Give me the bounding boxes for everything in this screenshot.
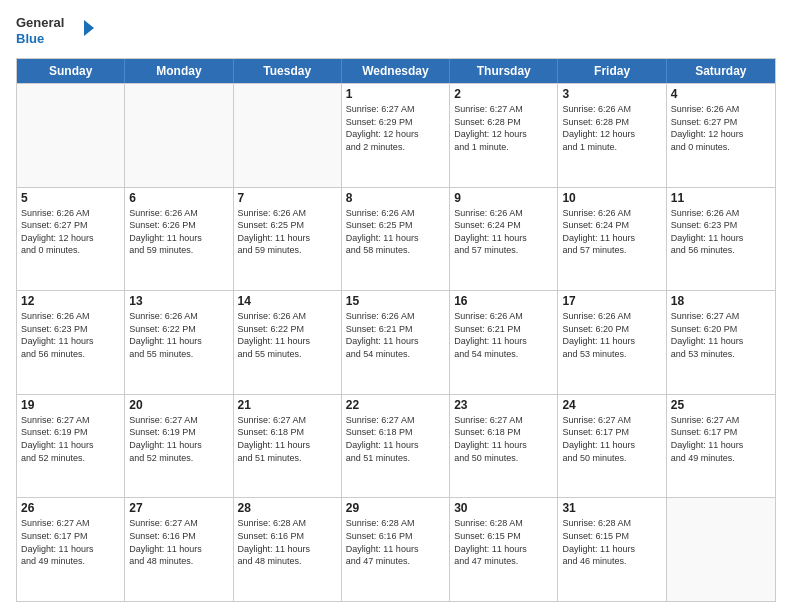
svg-text:Blue: Blue xyxy=(16,31,44,46)
day-number: 22 xyxy=(346,398,445,412)
cell-info: Sunrise: 6:27 AMSunset: 6:18 PMDaylight:… xyxy=(238,414,337,464)
cell-info: Sunrise: 6:27 AMSunset: 6:16 PMDaylight:… xyxy=(129,517,228,567)
cell-info: Sunrise: 6:26 AMSunset: 6:22 PMDaylight:… xyxy=(129,310,228,360)
day-number: 28 xyxy=(238,501,337,515)
calendar-header-row: SundayMondayTuesdayWednesdayThursdayFrid… xyxy=(17,59,775,83)
day-number: 26 xyxy=(21,501,120,515)
calendar-cell: 1Sunrise: 6:27 AMSunset: 6:29 PMDaylight… xyxy=(342,84,450,187)
cell-info: Sunrise: 6:27 AMSunset: 6:28 PMDaylight:… xyxy=(454,103,553,153)
cell-info: Sunrise: 6:26 AMSunset: 6:24 PMDaylight:… xyxy=(562,207,661,257)
calendar-cell: 18Sunrise: 6:27 AMSunset: 6:20 PMDayligh… xyxy=(667,291,775,394)
cell-info: Sunrise: 6:27 AMSunset: 6:19 PMDaylight:… xyxy=(129,414,228,464)
day-number: 27 xyxy=(129,501,228,515)
cell-info: Sunrise: 6:27 AMSunset: 6:18 PMDaylight:… xyxy=(454,414,553,464)
day-number: 15 xyxy=(346,294,445,308)
day-number: 5 xyxy=(21,191,120,205)
calendar-cell: 5Sunrise: 6:26 AMSunset: 6:27 PMDaylight… xyxy=(17,188,125,291)
cell-info: Sunrise: 6:27 AMSunset: 6:17 PMDaylight:… xyxy=(21,517,120,567)
calendar-cell: 3Sunrise: 6:26 AMSunset: 6:28 PMDaylight… xyxy=(558,84,666,187)
day-number: 24 xyxy=(562,398,661,412)
calendar-cell: 12Sunrise: 6:26 AMSunset: 6:23 PMDayligh… xyxy=(17,291,125,394)
calendar: SundayMondayTuesdayWednesdayThursdayFrid… xyxy=(16,58,776,602)
calendar-cell: 15Sunrise: 6:26 AMSunset: 6:21 PMDayligh… xyxy=(342,291,450,394)
calendar-cell: 19Sunrise: 6:27 AMSunset: 6:19 PMDayligh… xyxy=(17,395,125,498)
calendar-cell: 30Sunrise: 6:28 AMSunset: 6:15 PMDayligh… xyxy=(450,498,558,601)
calendar-cell: 29Sunrise: 6:28 AMSunset: 6:16 PMDayligh… xyxy=(342,498,450,601)
calendar-cell: 22Sunrise: 6:27 AMSunset: 6:18 PMDayligh… xyxy=(342,395,450,498)
cell-info: Sunrise: 6:27 AMSunset: 6:18 PMDaylight:… xyxy=(346,414,445,464)
calendar-cell xyxy=(234,84,342,187)
day-header-tuesday: Tuesday xyxy=(234,59,342,83)
page: General Blue SundayMondayTuesdayWednesda… xyxy=(0,0,792,612)
calendar-cell: 8Sunrise: 6:26 AMSunset: 6:25 PMDaylight… xyxy=(342,188,450,291)
calendar-cell: 31Sunrise: 6:28 AMSunset: 6:15 PMDayligh… xyxy=(558,498,666,601)
logo-svg: General Blue xyxy=(16,10,96,50)
calendar-cell: 4Sunrise: 6:26 AMSunset: 6:27 PMDaylight… xyxy=(667,84,775,187)
day-header-thursday: Thursday xyxy=(450,59,558,83)
day-number: 31 xyxy=(562,501,661,515)
calendar-cell: 21Sunrise: 6:27 AMSunset: 6:18 PMDayligh… xyxy=(234,395,342,498)
day-number: 6 xyxy=(129,191,228,205)
calendar-cell xyxy=(667,498,775,601)
calendar-body: 1Sunrise: 6:27 AMSunset: 6:29 PMDaylight… xyxy=(17,83,775,601)
cell-info: Sunrise: 6:27 AMSunset: 6:19 PMDaylight:… xyxy=(21,414,120,464)
day-number: 9 xyxy=(454,191,553,205)
calendar-cell: 16Sunrise: 6:26 AMSunset: 6:21 PMDayligh… xyxy=(450,291,558,394)
calendar-week-4: 19Sunrise: 6:27 AMSunset: 6:19 PMDayligh… xyxy=(17,394,775,498)
day-number: 11 xyxy=(671,191,771,205)
day-number: 19 xyxy=(21,398,120,412)
calendar-week-1: 1Sunrise: 6:27 AMSunset: 6:29 PMDaylight… xyxy=(17,83,775,187)
cell-info: Sunrise: 6:26 AMSunset: 6:20 PMDaylight:… xyxy=(562,310,661,360)
calendar-cell: 17Sunrise: 6:26 AMSunset: 6:20 PMDayligh… xyxy=(558,291,666,394)
calendar-cell: 23Sunrise: 6:27 AMSunset: 6:18 PMDayligh… xyxy=(450,395,558,498)
cell-info: Sunrise: 6:26 AMSunset: 6:28 PMDaylight:… xyxy=(562,103,661,153)
logo: General Blue xyxy=(16,10,96,50)
calendar-week-2: 5Sunrise: 6:26 AMSunset: 6:27 PMDaylight… xyxy=(17,187,775,291)
day-number: 30 xyxy=(454,501,553,515)
cell-info: Sunrise: 6:26 AMSunset: 6:23 PMDaylight:… xyxy=(21,310,120,360)
cell-info: Sunrise: 6:26 AMSunset: 6:23 PMDaylight:… xyxy=(671,207,771,257)
day-header-sunday: Sunday xyxy=(17,59,125,83)
day-number: 12 xyxy=(21,294,120,308)
day-number: 13 xyxy=(129,294,228,308)
cell-info: Sunrise: 6:26 AMSunset: 6:21 PMDaylight:… xyxy=(346,310,445,360)
calendar-week-5: 26Sunrise: 6:27 AMSunset: 6:17 PMDayligh… xyxy=(17,497,775,601)
day-number: 18 xyxy=(671,294,771,308)
calendar-cell: 14Sunrise: 6:26 AMSunset: 6:22 PMDayligh… xyxy=(234,291,342,394)
calendar-cell: 28Sunrise: 6:28 AMSunset: 6:16 PMDayligh… xyxy=(234,498,342,601)
calendar-cell: 10Sunrise: 6:26 AMSunset: 6:24 PMDayligh… xyxy=(558,188,666,291)
cell-info: Sunrise: 6:27 AMSunset: 6:17 PMDaylight:… xyxy=(671,414,771,464)
cell-info: Sunrise: 6:26 AMSunset: 6:24 PMDaylight:… xyxy=(454,207,553,257)
svg-text:General: General xyxy=(16,15,64,30)
day-number: 7 xyxy=(238,191,337,205)
day-number: 8 xyxy=(346,191,445,205)
day-number: 4 xyxy=(671,87,771,101)
cell-info: Sunrise: 6:28 AMSunset: 6:16 PMDaylight:… xyxy=(238,517,337,567)
calendar-cell: 11Sunrise: 6:26 AMSunset: 6:23 PMDayligh… xyxy=(667,188,775,291)
day-number: 29 xyxy=(346,501,445,515)
day-number: 23 xyxy=(454,398,553,412)
cell-info: Sunrise: 6:27 AMSunset: 6:20 PMDaylight:… xyxy=(671,310,771,360)
day-header-saturday: Saturday xyxy=(667,59,775,83)
calendar-cell: 7Sunrise: 6:26 AMSunset: 6:25 PMDaylight… xyxy=(234,188,342,291)
cell-info: Sunrise: 6:28 AMSunset: 6:15 PMDaylight:… xyxy=(454,517,553,567)
svg-marker-2 xyxy=(84,20,94,36)
day-number: 2 xyxy=(454,87,553,101)
cell-info: Sunrise: 6:28 AMSunset: 6:16 PMDaylight:… xyxy=(346,517,445,567)
calendar-cell: 6Sunrise: 6:26 AMSunset: 6:26 PMDaylight… xyxy=(125,188,233,291)
calendar-cell xyxy=(125,84,233,187)
calendar-cell: 24Sunrise: 6:27 AMSunset: 6:17 PMDayligh… xyxy=(558,395,666,498)
header: General Blue xyxy=(16,10,776,50)
calendar-cell: 26Sunrise: 6:27 AMSunset: 6:17 PMDayligh… xyxy=(17,498,125,601)
calendar-cell: 9Sunrise: 6:26 AMSunset: 6:24 PMDaylight… xyxy=(450,188,558,291)
cell-info: Sunrise: 6:26 AMSunset: 6:22 PMDaylight:… xyxy=(238,310,337,360)
day-number: 3 xyxy=(562,87,661,101)
cell-info: Sunrise: 6:26 AMSunset: 6:25 PMDaylight:… xyxy=(346,207,445,257)
cell-info: Sunrise: 6:26 AMSunset: 6:27 PMDaylight:… xyxy=(21,207,120,257)
cell-info: Sunrise: 6:26 AMSunset: 6:21 PMDaylight:… xyxy=(454,310,553,360)
day-number: 25 xyxy=(671,398,771,412)
calendar-cell xyxy=(17,84,125,187)
day-header-friday: Friday xyxy=(558,59,666,83)
calendar-cell: 20Sunrise: 6:27 AMSunset: 6:19 PMDayligh… xyxy=(125,395,233,498)
calendar-cell: 27Sunrise: 6:27 AMSunset: 6:16 PMDayligh… xyxy=(125,498,233,601)
